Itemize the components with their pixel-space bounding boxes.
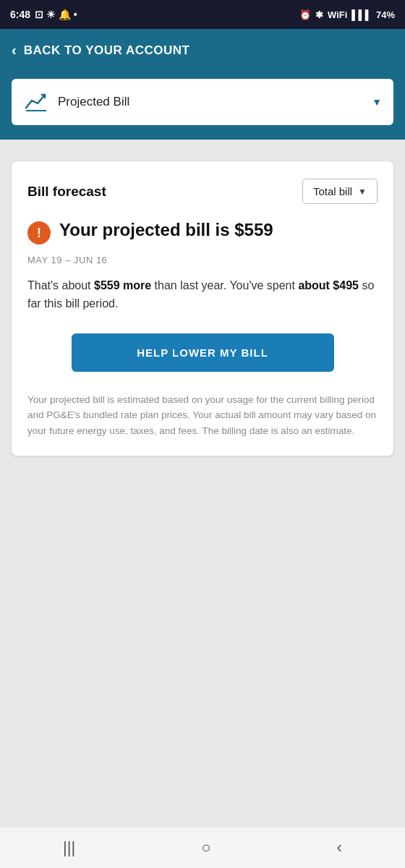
projected-bill-dropdown[interactable]: Projected Bill ▼ [12,79,393,125]
desc-part2: than last year. You've spent [151,279,298,292]
total-bill-dropdown[interactable]: Total bill ▼ [302,179,378,204]
description: That's about $559 more than last year. Y… [27,277,378,313]
time-display: 6:48 [10,9,30,20]
help-lower-my-bill-button[interactable]: HELP LOWER MY BILL [72,333,334,372]
nav-back-icon[interactable]: ‹ [337,838,342,857]
projected-bill-heading: Your projected bill is $559 [59,218,273,241]
alert-icon: ! [27,221,51,244]
status-icons: ⊡ ☀ 🔔 • [35,9,77,20]
dropdown-arrow-icon: ▼ [372,96,382,108]
bluetooth-icon: ✱ [315,9,323,20]
nav-home-icon[interactable]: ○ [201,838,210,857]
alarm-icon: ⏰ [299,9,311,20]
desc-part1: That's about [27,279,94,292]
status-bar: 6:48 ⊡ ☀ 🔔 • ⏰ ✱ WiFi ▌▌▌ 74% [0,0,405,29]
disclaimer-text: Your projected bill is estimated based o… [27,392,378,439]
header[interactable]: ‹ BACK TO YOUR ACCOUNT [0,29,405,72]
main-content: Bill forecast Total bill ▼ ! Your projec… [0,140,405,470]
total-bill-arrow-icon: ▼ [358,187,367,197]
chart-icon [23,89,49,115]
battery-display: 74% [376,9,395,20]
signal-icon: ▌▌▌ [351,9,372,20]
bill-forecast-header: Bill forecast Total bill ▼ [27,179,378,204]
dropdown-section: Projected Bill ▼ [0,72,405,140]
nav-menu-icon[interactable]: ||| [63,838,75,857]
back-icon: ‹ [12,42,17,59]
dropdown-selector-left: Projected Bill [23,89,129,115]
desc-bold1: $559 more [94,279,151,292]
bill-forecast-title: Bill forecast [27,184,106,200]
total-bill-label: Total bill [313,185,352,197]
dropdown-label: Projected Bill [58,95,129,109]
date-range: MAY 19 – JUN 16 [27,255,378,265]
bill-forecast-card: Bill forecast Total bill ▼ ! Your projec… [12,161,393,456]
wifi-icon: WiFi [328,9,347,20]
status-bar-right: ⏰ ✱ WiFi ▌▌▌ 74% [299,9,395,20]
desc-bold2: about $495 [298,279,359,292]
alert-row: ! Your projected bill is $559 [27,218,378,244]
bottom-nav: ||| ○ ‹ [0,827,405,868]
back-to-account-label: BACK TO YOUR ACCOUNT [24,43,190,58]
status-bar-left: 6:48 ⊡ ☀ 🔔 • [10,9,77,20]
